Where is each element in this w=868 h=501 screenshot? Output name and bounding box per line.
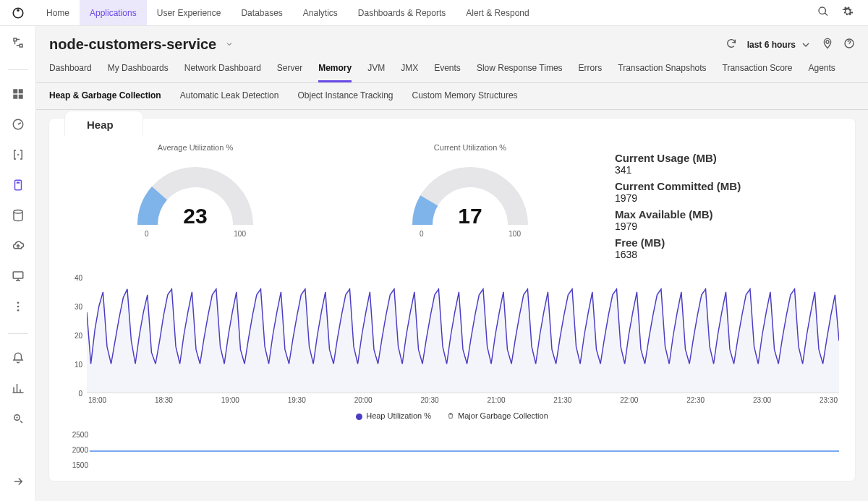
stat-label: Current Usage (MB) (615, 152, 839, 164)
cloud-icon[interactable] (12, 239, 25, 255)
location-icon[interactable] (822, 38, 833, 52)
page-title: node-customers-service (49, 36, 216, 53)
tab-dashboard[interactable]: Dashboard (49, 63, 92, 82)
svg-rect-9 (16, 182, 20, 184)
monitor-icon[interactable] (12, 270, 25, 286)
topnav-applications[interactable]: Applications (80, 0, 147, 25)
svg-rect-4 (13, 95, 17, 99)
subtab-object-instance-tracking[interactable]: Object Instance Tracking (297, 90, 393, 102)
more-icon[interactable] (12, 300, 25, 316)
svg-rect-11 (13, 272, 23, 278)
stat-value: 341 (615, 164, 839, 176)
tab-jvm[interactable]: JVM (367, 63, 385, 82)
panel-tab-title: Heap (87, 119, 114, 131)
tab-my-dashboards[interactable]: My Dashboards (108, 63, 169, 82)
stat-label: Free (MB) (615, 236, 839, 249)
search-icon[interactable] (817, 6, 829, 20)
topnav-alert-respond[interactable]: Alert & Respond (456, 0, 539, 25)
heap-utilization-chart: 010203040 18:0018:3019:0019:3020:0020:30… (65, 278, 839, 421)
svg-point-7 (17, 154, 18, 155)
stat-label: Current Committed (MB) (615, 180, 839, 192)
bell-icon[interactable] (12, 351, 25, 367)
stat-value: 1979 (615, 220, 839, 232)
tab-agents[interactable]: Agents (809, 63, 835, 82)
gauge-title: Average Utilization % (65, 143, 326, 152)
topnav-home[interactable]: Home (36, 0, 80, 25)
gauge-average-utilization: Average Utilization % 23 0100 (65, 143, 326, 265)
memory-icon[interactable] (12, 179, 25, 194)
gauge-title: Current Utilization % (340, 143, 600, 152)
svg-point-12 (17, 301, 19, 304)
topnav-dashboards-reports[interactable]: Dashboards & Reports (348, 0, 456, 25)
subtab-automatic-leak-detection[interactable]: Automatic Leak Detection (180, 90, 279, 102)
tab-network-dashboard[interactable]: Network Dashboard (184, 63, 261, 82)
gear-small-icon[interactable] (12, 412, 25, 428)
subtab-custom-memory-structures[interactable]: Custom Memory Structures (412, 90, 518, 102)
secondary-tabs: DashboardMy DashboardsNetwork DashboardS… (36, 56, 868, 83)
tab-transaction-snapshots[interactable]: Transaction Snapshots (618, 63, 706, 82)
svg-rect-3 (18, 89, 22, 93)
heap-panel: Heap Average Utilization % 23 0100 Curre… (49, 119, 855, 481)
legend-major-gc: Major Garbage Collection (447, 411, 548, 421)
refresh-icon[interactable] (726, 38, 737, 52)
topnav-databases[interactable]: Databases (231, 0, 292, 25)
help-icon[interactable] (843, 38, 855, 52)
heap-stats: Current Usage (MB)341Current Committed (… (615, 143, 839, 265)
tab-slow-response-times[interactable]: Slow Response Times (477, 63, 563, 82)
topnav-user-experience[interactable]: User Experience (147, 0, 231, 25)
svg-rect-2 (13, 89, 17, 93)
topnav-analytics[interactable]: Analytics (293, 0, 348, 25)
tab-errors[interactable]: Errors (579, 63, 603, 82)
time-range-selector[interactable]: last 6 hours (747, 39, 812, 51)
gauge-value: 23 (130, 204, 260, 228)
svg-rect-5 (18, 95, 22, 99)
chart-legend: Heap Utilization % Major Garbage Collect… (65, 411, 839, 421)
stat-value: 1638 (615, 249, 839, 260)
flow-icon[interactable] (12, 36, 25, 52)
app-logo[interactable] (0, 0, 36, 25)
main-content: node-customers-service last 6 hours Dash… (36, 26, 868, 501)
tab-jmx[interactable]: JMX (401, 63, 418, 82)
svg-point-13 (17, 306, 19, 308)
page-header: node-customers-service last 6 hours (36, 26, 868, 56)
svg-point-1 (17, 9, 19, 11)
legend-heap-util: Heap Utilization % (356, 411, 431, 421)
stat-label: Max Available (MB) (615, 208, 839, 220)
svg-point-16 (16, 416, 17, 418)
tab-transaction-score[interactable]: Transaction Score (723, 63, 793, 82)
settings-icon[interactable] (842, 6, 854, 20)
svg-rect-8 (14, 180, 21, 190)
gauge-icon[interactable] (12, 118, 25, 134)
chart-icon[interactable] (12, 382, 25, 398)
tab-server[interactable]: Server (277, 63, 302, 82)
tab-events[interactable]: Events (434, 63, 461, 82)
svg-point-10 (14, 210, 22, 214)
panel-tab-heap[interactable]: Heap (65, 111, 142, 136)
collapse-rail-icon[interactable] (12, 475, 25, 491)
time-range-label: last 6 hours (747, 40, 796, 50)
left-rail (0, 26, 36, 501)
gauge-current-utilization: Current Utilization % 17 0100 (340, 143, 600, 265)
svg-point-14 (17, 309, 19, 312)
tertiary-tabs: Heap & Garbage CollectionAutomatic Leak … (36, 83, 868, 110)
top-nav: HomeApplicationsUser ExperienceDatabases… (0, 0, 868, 26)
heap-committed-chart: 250020001500 (65, 434, 839, 465)
gauge-value: 17 (405, 204, 535, 228)
dashboard-icon[interactable] (12, 87, 25, 103)
tab-memory[interactable]: Memory (318, 63, 352, 82)
database-icon[interactable] (12, 209, 25, 225)
subtab-heap-garbage-collection[interactable]: Heap & Garbage Collection (49, 90, 161, 102)
brackets-icon[interactable] (12, 148, 25, 164)
stat-value: 1979 (615, 192, 839, 204)
title-dropdown-icon[interactable] (225, 38, 234, 51)
